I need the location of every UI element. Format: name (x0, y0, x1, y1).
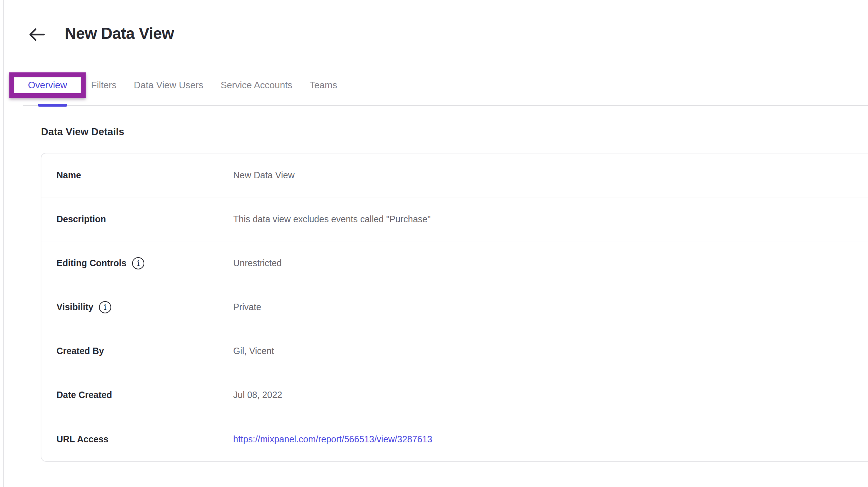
table-row-description: Description This data view excludes even… (41, 197, 868, 241)
active-tab-indicator (38, 104, 67, 107)
row-label: Date Created (41, 390, 233, 400)
page-title: New Data View (65, 24, 174, 43)
row-value: Jul 08, 2022 (233, 390, 282, 400)
row-label: URL Access (41, 434, 233, 444)
row-value: Unrestricted (233, 258, 282, 268)
row-value: Private (233, 302, 261, 312)
url-access-link[interactable]: https://mixpanel.com/report/566513/view/… (233, 434, 432, 444)
tab-overview-label: Overview (28, 80, 67, 91)
tab-data-view-users[interactable]: Data View Users (134, 80, 203, 91)
data-view-details-card: Name New Data View Description This data… (41, 153, 868, 462)
pane-divider (3, 0, 4, 487)
row-label-text: URL Access (56, 434, 109, 444)
data-view-settings-page: New Data View Overview Filters Data View… (0, 0, 868, 487)
row-label-text: Description (56, 214, 106, 224)
info-icon[interactable]: i (99, 301, 111, 313)
arrow-left-icon (28, 28, 45, 43)
section-title: Data View Details (41, 126, 124, 138)
row-value: Gil, Vicent (233, 346, 274, 356)
annotation-highlight-box: Overview (9, 72, 86, 98)
tab-filters[interactable]: Filters (91, 80, 117, 91)
row-label-text: Created By (56, 346, 104, 356)
tab-bar-divider (23, 105, 868, 106)
back-button[interactable] (27, 27, 46, 43)
table-row-name: Name New Data View (41, 153, 868, 197)
row-label: Created By (41, 346, 233, 356)
tab-overview[interactable]: Overview (14, 77, 81, 93)
table-row-created-by: Created By Gil, Vicent (41, 329, 868, 373)
tab-teams[interactable]: Teams (309, 80, 337, 91)
info-icon[interactable]: i (132, 257, 144, 269)
row-label: Description (41, 214, 233, 224)
tab-bar: Filters Data View Users Service Accounts… (91, 76, 337, 94)
row-label-text: Name (56, 170, 81, 180)
table-row-visibility: Visibility i Private (41, 285, 868, 329)
row-label: Name (41, 170, 233, 180)
table-row-url-access: URL Access https://mixpanel.com/report/5… (41, 417, 868, 461)
row-label-text: Editing Controls (56, 258, 126, 268)
table-row-editing-controls: Editing Controls i Unrestricted (41, 241, 868, 285)
row-label-text: Visibility (56, 302, 93, 312)
row-label: Editing Controls i (41, 257, 233, 269)
row-label: Visibility i (41, 301, 233, 313)
table-row-date-created: Date Created Jul 08, 2022 (41, 373, 868, 417)
row-value: New Data View (233, 170, 294, 180)
row-value: This data view excludes events called "P… (233, 214, 431, 224)
row-label-text: Date Created (56, 390, 112, 400)
tab-service-accounts[interactable]: Service Accounts (221, 80, 292, 91)
